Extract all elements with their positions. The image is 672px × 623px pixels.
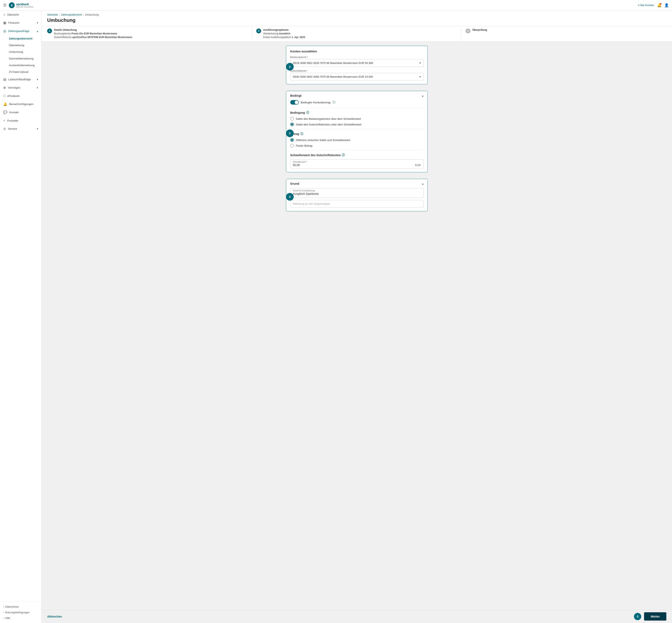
notification-sidebar-icon: 🔔	[3, 102, 7, 106]
all-customers-button[interactable]: ≡ Alle Kunden	[638, 4, 654, 7]
radio-empty-fester	[290, 144, 294, 147]
sidebar-item-service[interactable]: ⊙ Service ▾	[0, 125, 41, 133]
grund-collapse-icon: ▴	[422, 182, 423, 185]
belastungskonto-select[interactable]: DE28 3006 0601 0028 7975 96 Maximilian M…	[290, 59, 423, 67]
gutschriftskonto-label: Gutschriftskonto *	[290, 69, 423, 72]
belastungskonto-value: DE28 3006 0601 0028 7975 96 Maximilian M…	[293, 61, 373, 64]
konten-card-row: Konten auswählen Belastungskonto * DE28 …	[286, 46, 428, 88]
radio-fester-betrag[interactable]: Fester Betrag	[290, 144, 423, 147]
sidebar-sub-item-auslandsueberweisung[interactable]: Auslandsüberweisung	[9, 62, 41, 68]
sidebar-footer-hilfe[interactable]: › Hilfe	[0, 615, 41, 621]
step-3-title: Überprüfung	[472, 29, 487, 31]
radio-differenz[interactable]: Differenz zwischen Saldo und Schwellenwe…	[290, 138, 423, 142]
step-3-circle: 3	[466, 29, 470, 33]
belastungskonto-label: Belastungskonto *	[290, 56, 423, 58]
topbar-left: ☰ a apoBank Bank der Gesundheit	[3, 2, 33, 8]
breadcrumb-zahlungsuebersicht[interactable]: Zahlungsübersicht	[61, 13, 82, 16]
chevron-up-icon: ▴	[37, 30, 38, 33]
weiter-button[interactable]: Weiter	[644, 612, 666, 621]
sidebar-label-uebersicht: Übersicht	[7, 13, 19, 16]
breadcrumb-umbuchung: Umbuchung	[85, 13, 99, 16]
step-3: 3 Überprüfung	[466, 29, 666, 39]
sidebar-item-produkte[interactable]: ○ Produkte	[0, 117, 41, 125]
radio-empty-1	[290, 117, 294, 121]
bedingt-card-header[interactable]: Bedingt ▴	[286, 91, 427, 100]
logo-icon: a	[8, 2, 15, 8]
sidebar-footer-datenschutz[interactable]: › Datenschutz	[0, 604, 41, 610]
sidebar-item-uebersicht[interactable]: ⌂ Übersicht	[0, 10, 41, 19]
info-icon-bedingung[interactable]: ⓘ	[306, 111, 309, 115]
content-cards: Konten auswählen Belastungskonto * DE28 …	[286, 46, 428, 215]
vermoegen-icon: ⊕	[3, 86, 6, 90]
radio-label-fester-betrag: Fester Betrag	[296, 144, 312, 147]
grund-input[interactable]	[293, 192, 421, 196]
radio-gutschriftskonto[interactable]: Saldo des Gutschriftskontos unter dem Sc…	[290, 123, 423, 126]
grund-card-row: Grund ▴ Grund für Kontoübertrag Mitteilu…	[286, 179, 428, 215]
radio-inner-differenz	[291, 139, 293, 141]
step-1-title: Details Umbuchung	[54, 29, 132, 31]
bedingung-heading: Bedingung ⓘ	[290, 111, 423, 115]
info-icon-schwellenwert[interactable]: ⓘ	[342, 153, 345, 157]
sidebar-sub-item-zv-datei-upload[interactable]: ZV-Datei-Upload	[9, 68, 41, 75]
sidebar-sub-item-zahlungsuebersicht[interactable]: Zahlungsübersicht	[9, 35, 41, 42]
grund-card-title: Grund	[290, 182, 299, 185]
sidebar-item-zahlungsauftraege[interactable]: ◎ Zahlungsaufträge ▴	[0, 27, 41, 35]
grund-card-header[interactable]: Grund ▴	[286, 179, 427, 188]
grund-label: Grund für Kontoübertrag	[293, 189, 421, 192]
home-icon: ⌂	[3, 13, 5, 17]
lastschrift-icon: ▤	[3, 78, 6, 81]
bedingt-card-body: Bedingter Kontoübertrag ⓘ Bedingung ⓘ	[286, 100, 427, 172]
sidebar-footer: › Datenschutz › Nutzungsbedingungen › Hi…	[0, 602, 41, 623]
schwellenwert-input-group: Schwellenwert * EUR	[290, 159, 423, 169]
grund-input-group: Grund für Kontoübertrag	[290, 188, 423, 198]
user-icon: 👤	[664, 3, 669, 7]
radio-label-belastungskonto: Saldo des Belastungskontos über dem Schw…	[296, 117, 361, 120]
user-button[interactable]: 👤	[664, 3, 669, 7]
arrow-right-icon: ›	[3, 605, 4, 608]
sidebar-sub-item-ueberweisung[interactable]: Überweisung	[9, 42, 41, 49]
page-footer: Abbrechen 5 Weiter	[41, 610, 672, 623]
hamburger-button[interactable]: ☰	[3, 3, 6, 7]
grund-bubble: 4	[286, 193, 294, 201]
bedingt-bubble: 3	[286, 129, 294, 137]
sidebar-item-lastschriftauftraege[interactable]: ▤ Lastschriftaufträge ▾	[0, 75, 41, 84]
breadcrumb-startseite[interactable]: Startseite	[47, 13, 58, 16]
step-1-content: Details Umbuchung Buchungskonto Praxis E…	[54, 29, 132, 39]
steps-bar: 1 Details Umbuchung Buchungskonto Praxis…	[41, 26, 672, 42]
content-area: Startseite › Zahlungsübersicht › Umbuchu…	[41, 10, 672, 623]
content-scroll: Konten auswählen Belastungskonto * DE28 …	[41, 42, 672, 234]
radio-label-gutschriftskonto: Saldo des Gutschriftskontos unter dem Sc…	[296, 123, 361, 126]
sidebar-item-vermoegen[interactable]: ⊕ Vermögen ▾	[0, 84, 41, 92]
konten-card-title: Konten auswählen	[290, 50, 423, 53]
gutschriftskonto-arrow-icon: ▾	[419, 75, 421, 78]
sidebar-item-kontakt[interactable]: 💬 Kontakt	[0, 108, 41, 117]
sidebar-item-benachrichtigungen[interactable]: 🔔 Benachrichtigungen	[0, 100, 41, 108]
konten-bubble: 2	[286, 63, 294, 70]
sidebar-label-vermoegen: Vermögen	[8, 86, 21, 89]
chevron-down-icon-vermoegen: ▾	[37, 86, 38, 89]
toggle-bedingter-kontouebertrag[interactable]	[290, 100, 299, 105]
info-icon-toggle[interactable]: ⓘ	[333, 100, 335, 104]
chevron-down-icon: ▾	[37, 22, 38, 24]
grund-card: Grund ▴ Grund für Kontoübertrag Mitteilu…	[286, 179, 428, 211]
step-2-detail-2: Erstes Ausführungsdatum 1. Apr. 2023	[263, 35, 305, 39]
sidebar-sub-item-sammelueberweisung[interactable]: Sammelüberweisung	[9, 55, 41, 62]
info-icon-betrag[interactable]: ⓘ	[300, 132, 303, 136]
sidebar-item-epostkorb[interactable]: □ ePostkorb	[0, 92, 41, 100]
gutschriftskonto-select[interactable]: DE80 3006 0601 0058 7975 96 Maximilian M…	[290, 73, 423, 81]
radio-belastungskonto[interactable]: Saldo des Belastungskontos über dem Schw…	[290, 117, 423, 121]
sidebar-sub-item-umbuchung[interactable]: Umbuchung	[9, 49, 41, 55]
sidebar-item-finanzen[interactable]: ▦ Finanzen ▾	[0, 19, 41, 27]
radio-inner-2	[291, 123, 293, 125]
sidebar-footer-nutzungsbedingungen[interactable]: › Nutzungsbedingungen	[0, 610, 41, 615]
schwellenwert-field-label: Schwellenwert *	[293, 161, 421, 163]
breadcrumb: Startseite › Zahlungsübersicht › Umbuchu…	[47, 13, 666, 16]
arrow-right-icon-hilfe: ›	[3, 617, 4, 620]
mitteilung-placeholder[interactable]: Mitteilung an den Begünstigten	[290, 200, 423, 208]
schwellenwert-input-row: EUR	[293, 164, 421, 167]
cancel-button[interactable]: Abbrechen	[47, 615, 62, 618]
bedingt-card: Bedingt ▴ Bedingter Kontoübertrag	[286, 91, 428, 172]
sidebar-label-produkte: Produkte	[7, 119, 18, 122]
notification-button[interactable]: 🔔	[657, 3, 662, 7]
schwellenwert-input[interactable]	[293, 164, 415, 167]
